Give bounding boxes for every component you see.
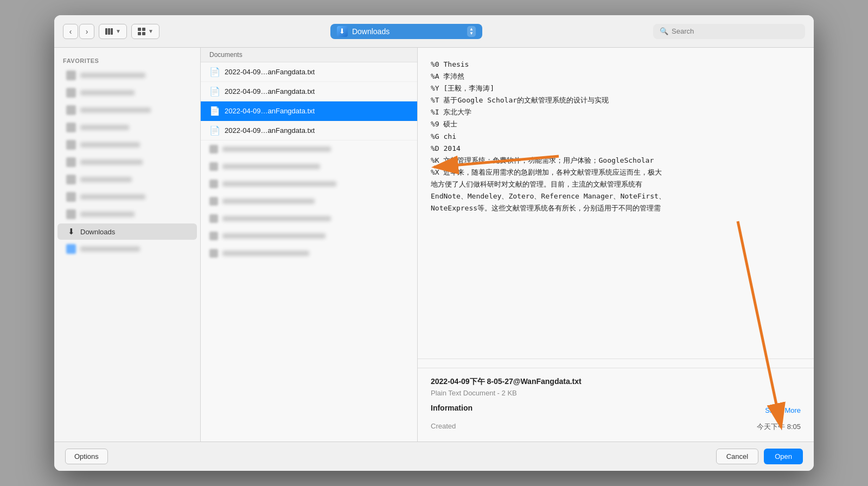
show-more-link[interactable]: Show More <box>765 406 801 414</box>
nav-buttons: ‹ › <box>63 24 94 39</box>
file-item-4[interactable]: 📄 2022-04-09…anFangdata.txt <box>201 121 417 140</box>
search-bar[interactable]: 🔍 <box>653 24 805 39</box>
sidebar-blurred-item-3 <box>58 102 197 118</box>
preview-line-8: %K 文献管理系统；免费软件；功能需求；用户体验；GoogleScholar <box>431 155 801 167</box>
preview-line-1: %A 李沛然 <box>431 71 801 82</box>
location-chevrons[interactable]: ▲ ▼ <box>467 26 476 37</box>
file-list-panel: Documents 📄 2022-04-09…anFangdata.txt 📄 … <box>201 48 418 442</box>
sidebar-blurred-item-1 <box>58 67 197 84</box>
file-icon-3: 📄 <box>209 106 220 116</box>
columns-view-button[interactable]: ▼ <box>99 24 127 39</box>
sidebar-blurred-item-7 <box>58 171 197 188</box>
information-section-label: Information <box>431 404 473 412</box>
downloads-folder-icon: ⬇ <box>337 26 348 37</box>
location-bar: ⬇ Downloads ▲ ▼ <box>164 24 649 39</box>
forward-button[interactable]: › <box>79 24 94 39</box>
downloads-icon: ⬇ <box>66 227 76 236</box>
sidebar: Favorites <box>54 48 201 442</box>
preview-line-9: %X 近年来，随着应用需求的急剧增加，各种文献管理系统应运而生，极大 <box>431 167 801 178</box>
bottom-right-buttons: Cancel Open <box>716 449 803 464</box>
svg-rect-4 <box>142 28 145 31</box>
columns-view-icon <box>105 27 113 36</box>
preview-line-10: 地方便了人们做科研时对文献的管理。目前，主流的文献管理系统有 <box>431 178 801 190</box>
file-icon-4: 📄 <box>209 125 220 136</box>
file-name-2: 2022-04-09…anFangdata.txt <box>225 87 315 95</box>
sidebar-blurred-item-2 <box>58 85 197 101</box>
grid-chevron-icon: ▼ <box>148 28 154 34</box>
file-blurred-7 <box>201 245 417 262</box>
sidebar-blurred-item-4 <box>58 119 197 136</box>
file-icon-1: 📄 <box>209 67 220 77</box>
preview-line-6: %G chi <box>431 131 801 143</box>
main-content: Favorites <box>54 48 814 442</box>
grid-view-icon <box>137 27 146 36</box>
file-item-2[interactable]: 📄 2022-04-09…anFangdata.txt <box>201 82 417 101</box>
file-name-4: 2022-04-09…anFangdata.txt <box>225 126 315 135</box>
created-label: Created <box>431 422 456 432</box>
sidebar-item-downloads[interactable]: ⬇ Downloads <box>58 223 197 240</box>
sidebar-blurred-item-6 <box>58 154 197 170</box>
file-info-subtitle: Plain Text Document - 2 KB <box>431 389 801 397</box>
toolbar: ‹ › ▼ ▼ <box>54 15 814 48</box>
file-name-3: 2022-04-09…anFangdata.txt <box>225 107 315 115</box>
preview-content: %0 Thesis %A 李沛然 %Y [王毅，李海涛] %T 基于Google… <box>418 48 814 350</box>
file-name-1: 2022-04-09…anFangdata.txt <box>225 68 315 76</box>
columns-chevron-icon: ▼ <box>116 28 121 34</box>
file-info-title: 2022-04-09下午 8-05-27@WanFangdata.txt <box>431 377 801 387</box>
file-dialog: ‹ › ▼ ▼ <box>54 15 814 471</box>
favorites-section-label: Favorites <box>54 53 200 66</box>
created-value: 今天下午 8:05 <box>757 422 801 432</box>
preview-divider <box>418 359 814 359</box>
preview-line-2: %Y [王毅，李海涛] <box>431 82 801 94</box>
file-blurred-4 <box>201 193 417 210</box>
sidebar-blurred-item-8 <box>58 189 197 205</box>
file-item-3[interactable]: 📄 2022-04-09…anFangdata.txt <box>201 101 417 121</box>
back-button[interactable]: ‹ <box>63 24 78 39</box>
preview-line-3: %T 基于Google Scholar的文献管理系统的设计与实现 <box>431 94 801 106</box>
svg-rect-6 <box>142 32 145 35</box>
search-icon: 🔍 <box>660 27 668 35</box>
svg-rect-5 <box>138 32 141 35</box>
sidebar-blurred-item-10 <box>58 241 197 257</box>
downloads-label: Downloads <box>80 228 115 236</box>
file-icon-2: 📄 <box>209 86 220 97</box>
preview-panel: %0 Thesis %A 李沛然 %Y [王毅，李海涛] %T 基于Google… <box>418 48 814 442</box>
svg-rect-2 <box>111 28 113 35</box>
created-row: Created 今天下午 8:05 <box>431 421 801 433</box>
options-button[interactable]: Options <box>65 449 108 464</box>
documents-column-header: Documents <box>201 48 417 62</box>
location-name: Downloads <box>352 27 390 36</box>
bottom-bar: Options Cancel Open <box>54 442 814 471</box>
sidebar-blurred-item-5 <box>58 137 197 153</box>
preview-line-4: %I 东北大学 <box>431 106 801 118</box>
svg-rect-1 <box>108 28 110 35</box>
file-info: 2022-04-09下午 8-05-27@WanFangdata.txt Pla… <box>418 368 814 442</box>
file-blurred-3 <box>201 175 417 193</box>
file-blurred-1 <box>201 140 417 158</box>
file-blurred-6 <box>201 227 417 245</box>
preview-line-0: %0 Thesis <box>431 59 801 71</box>
preview-line-5: %9 硕士 <box>431 118 801 130</box>
svg-rect-0 <box>105 28 107 35</box>
location-pill[interactable]: ⬇ Downloads ▲ ▼ <box>330 24 482 39</box>
search-input[interactable] <box>672 27 780 35</box>
file-blurred-5 <box>201 210 417 227</box>
grid-view-button[interactable]: ▼ <box>131 24 159 39</box>
dialog-overlay: ‹ › ▼ ▼ <box>0 0 868 486</box>
sidebar-blurred-item-9 <box>58 206 197 222</box>
open-button[interactable]: Open <box>764 449 803 464</box>
svg-rect-3 <box>138 28 141 31</box>
preview-line-11: EndNote、Mendeley、Zotero、Reference Manage… <box>431 190 801 202</box>
file-blurred-2 <box>201 158 417 175</box>
preview-line-7: %D 2014 <box>431 143 801 155</box>
file-item-1[interactable]: 📄 2022-04-09…anFangdata.txt <box>201 62 417 82</box>
cancel-button[interactable]: Cancel <box>716 449 758 464</box>
preview-line-12: NoteExpress等。这些文献管理系统各有所长，分别适用于不同的管理需 <box>431 202 801 214</box>
